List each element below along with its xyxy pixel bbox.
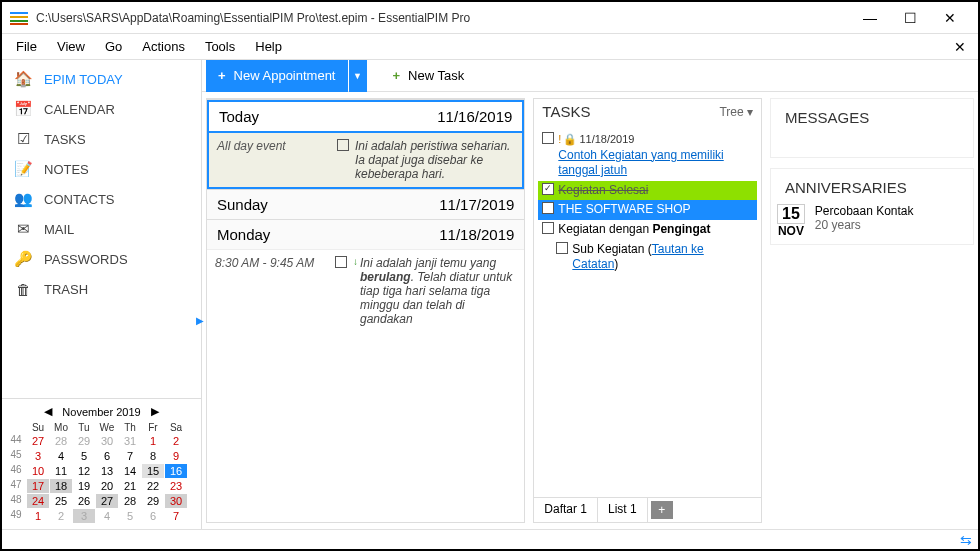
nav-item-tasks[interactable]: ☑TASKS: [2, 124, 201, 154]
cal-day[interactable]: 25: [50, 494, 72, 508]
task-link[interactable]: Contoh Kegiatan yang memiliki tanggal ja…: [558, 148, 723, 178]
cal-title[interactable]: November 2019: [62, 406, 140, 418]
cal-next[interactable]: ▶: [147, 405, 163, 418]
plus-icon: +: [218, 68, 226, 83]
cal-day[interactable]: 11: [50, 464, 72, 478]
cal-day[interactable]: 4: [96, 509, 118, 523]
mini-calendar: ◀ November 2019 ▶ SuMoTuWeThFrSa44272829…: [2, 398, 201, 529]
cal-day[interactable]: 30: [96, 434, 118, 448]
nav-item-mail[interactable]: ✉MAIL: [2, 214, 201, 244]
cal-day[interactable]: 6: [142, 509, 164, 523]
new-appointment-button[interactable]: + New Appointment: [206, 60, 348, 92]
nav-icon: 🏠: [12, 70, 34, 88]
nav-icon: ☑: [12, 130, 34, 148]
cal-day[interactable]: 29: [142, 494, 164, 508]
event-row[interactable]: 8:30 AM - 9:45 AM↓Ini adalah janji temu …: [207, 249, 524, 332]
task-checkbox[interactable]: [542, 183, 554, 195]
cal-day[interactable]: 4: [50, 449, 72, 463]
cal-day[interactable]: 6: [96, 449, 118, 463]
nav-item-epim-today[interactable]: 🏠EPIM TODAY: [2, 64, 201, 94]
task-item[interactable]: Kegiatan Selesai: [538, 181, 757, 201]
task-item[interactable]: THE SOFTWARE SHOP: [538, 200, 757, 220]
close-button[interactable]: ✕: [930, 4, 970, 32]
new-appointment-dropdown[interactable]: ▼: [349, 60, 367, 92]
cal-day[interactable]: 3: [73, 509, 95, 523]
cal-day[interactable]: 19: [73, 479, 95, 493]
task-tabs: Daftar 1 List 1 +: [534, 497, 761, 522]
day-header[interactable]: Today11/16/2019: [207, 100, 524, 133]
cal-day[interactable]: 22: [142, 479, 164, 493]
new-task-button[interactable]: + New Task: [381, 60, 477, 92]
menu-view[interactable]: View: [47, 35, 95, 58]
day-header[interactable]: Monday11/18/2019: [207, 220, 524, 249]
cal-day[interactable]: 30: [165, 494, 187, 508]
cal-day[interactable]: 5: [73, 449, 95, 463]
nav-item-contacts[interactable]: 👥CONTACTS: [2, 184, 201, 214]
task-tab-1[interactable]: Daftar 1: [534, 498, 598, 522]
cal-prev[interactable]: ◀: [40, 405, 56, 418]
menu-tools[interactable]: Tools: [195, 35, 245, 58]
cal-day[interactable]: 18: [50, 479, 72, 493]
cal-day[interactable]: 27: [27, 434, 49, 448]
cal-day[interactable]: 20: [96, 479, 118, 493]
menu-actions[interactable]: Actions: [132, 35, 195, 58]
cal-day[interactable]: 8: [142, 449, 164, 463]
nav-icon: 👥: [12, 190, 34, 208]
cal-day[interactable]: 26: [73, 494, 95, 508]
cal-day[interactable]: 5: [119, 509, 141, 523]
cal-day[interactable]: 7: [165, 509, 187, 523]
cal-day[interactable]: 17: [27, 479, 49, 493]
cal-day[interactable]: 21: [119, 479, 141, 493]
app-window: C:\Users\SARS\AppData\Roaming\EssentialP…: [2, 2, 978, 549]
cal-day[interactable]: 2: [165, 434, 187, 448]
cal-day[interactable]: 24: [27, 494, 49, 508]
sidebar: 🏠EPIM TODAY📅CALENDAR☑TASKS📝NOTES👥CONTACT…: [2, 60, 202, 529]
task-tab-2[interactable]: List 1: [598, 498, 648, 522]
menu-go[interactable]: Go: [95, 35, 132, 58]
task-item[interactable]: Kegiatan dengan Pengingat: [538, 220, 757, 240]
nav-item-trash[interactable]: 🗑TRASH: [2, 274, 201, 304]
plus-icon: +: [393, 68, 401, 83]
cal-day[interactable]: 13: [96, 464, 118, 478]
cal-day[interactable]: 1: [27, 509, 49, 523]
cal-day[interactable]: 16: [165, 464, 187, 478]
cal-day[interactable]: 1: [142, 434, 164, 448]
task-item[interactable]: Sub Kegiatan (Tautan ke Catatan): [552, 240, 757, 275]
anniversary-item[interactable]: 15 NOV Percobaan Kontak 20 years: [777, 204, 967, 238]
task-checkbox[interactable]: [542, 202, 554, 214]
cal-day[interactable]: 23: [165, 479, 187, 493]
nav-item-passwords[interactable]: 🔑PASSWORDS: [2, 244, 201, 274]
task-item[interactable]: !🔒11/18/2019Contoh Kegiatan yang memilik…: [538, 130, 757, 181]
close-panel-button[interactable]: ✕: [946, 35, 974, 59]
sync-icon[interactable]: ⇆: [960, 532, 972, 548]
expand-handle[interactable]: ▶: [196, 300, 206, 340]
cal-day[interactable]: 9: [165, 449, 187, 463]
event-row[interactable]: All day eventIni adalah peristiwa sehari…: [207, 133, 524, 189]
cal-day[interactable]: 12: [73, 464, 95, 478]
minimize-button[interactable]: —: [850, 4, 890, 32]
cal-day[interactable]: 7: [119, 449, 141, 463]
nav-item-calendar[interactable]: 📅CALENDAR: [2, 94, 201, 124]
cal-day[interactable]: 15: [142, 464, 164, 478]
cal-day[interactable]: 31: [119, 434, 141, 448]
anniversary-age: 20 years: [815, 218, 914, 232]
task-checkbox[interactable]: [542, 132, 554, 144]
cal-day[interactable]: 27: [96, 494, 118, 508]
menu-help[interactable]: Help: [245, 35, 292, 58]
maximize-button[interactable]: ☐: [890, 4, 930, 32]
cal-day[interactable]: 28: [119, 494, 141, 508]
task-checkbox[interactable]: [556, 242, 568, 254]
add-tab-button[interactable]: +: [651, 501, 673, 519]
menu-file[interactable]: File: [6, 35, 47, 58]
cal-day[interactable]: 3: [27, 449, 49, 463]
nav-item-notes[interactable]: 📝NOTES: [2, 154, 201, 184]
cal-day[interactable]: 2: [50, 509, 72, 523]
cal-day[interactable]: 29: [73, 434, 95, 448]
cal-day[interactable]: 10: [27, 464, 49, 478]
cal-day[interactable]: 28: [50, 434, 72, 448]
task-checkbox[interactable]: [542, 222, 554, 234]
day-header[interactable]: Sunday11/17/2019: [207, 190, 524, 219]
titlebar: C:\Users\SARS\AppData\Roaming\EssentialP…: [2, 2, 978, 34]
tasks-tree-toggle[interactable]: Tree ▾: [719, 105, 753, 119]
cal-day[interactable]: 14: [119, 464, 141, 478]
